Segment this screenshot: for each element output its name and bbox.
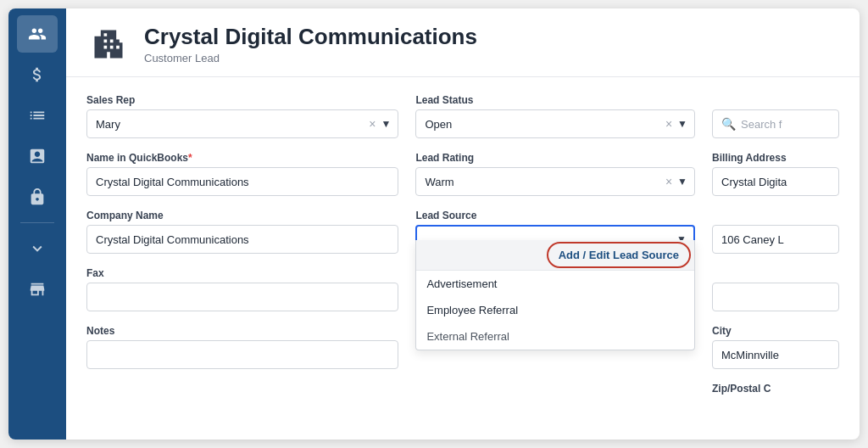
right-search-field: - 🔍 Search f: [712, 94, 839, 138]
record-subtitle: Customer Lead: [144, 52, 477, 64]
dropdown-header: Add / Edit Lead Source: [416, 240, 694, 271]
required-marker: *: [188, 152, 192, 164]
sidebar-item-reports[interactable]: [17, 137, 58, 175]
billing-address-line3[interactable]: [712, 283, 839, 311]
lead-status-arrow-icon[interactable]: ▼: [677, 118, 687, 130]
sidebar-divider: [20, 222, 54, 223]
sales-rep-field: Sales Rep Mary × ▼: [86, 94, 398, 138]
dropdown-item-advertisement[interactable]: Advertisement: [416, 271, 694, 297]
app-container: Crystal Digital Communications Customer …: [8, 8, 860, 440]
reports-icon: [28, 147, 47, 165]
lock-icon: [28, 188, 47, 206]
sidebar-item-invoices[interactable]: [17, 56, 58, 93]
fax-field: Fax: [86, 267, 398, 311]
fax-label: Fax: [86, 267, 398, 279]
sidebar-item-lock[interactable]: [17, 178, 58, 216]
billing-address-line3-field: -: [712, 267, 839, 311]
lead-status-select[interactable]: Open × ▼: [415, 109, 695, 138]
city-field: City McMinnville: [712, 325, 839, 369]
search-icon: 🔍: [721, 117, 736, 131]
lead-rating-arrow-icon[interactable]: ▼: [677, 176, 687, 188]
invoices-icon: [28, 65, 47, 84]
notes-input[interactable]: [86, 340, 398, 369]
right-search-box[interactable]: 🔍 Search f: [712, 109, 839, 138]
lead-status-field: Lead Status Open × ▼: [415, 94, 695, 138]
form-body: Sales Rep Mary × ▼ Name in QuickBooks*: [66, 77, 860, 440]
building-icon: [90, 25, 127, 63]
lead-status-value: Open: [425, 118, 660, 131]
sidebar-item-store[interactable]: [17, 271, 58, 308]
dropdown-item-external-referral[interactable]: External Referral: [416, 323, 694, 350]
billing-address-line2-field: - 106 Caney L: [712, 210, 839, 254]
sidebar: [8, 8, 66, 440]
billing-address-label: Billing Address: [712, 152, 839, 164]
record-title-area: Crystal Digital Communications Customer …: [144, 24, 477, 64]
sales-rep-value: Mary: [96, 118, 364, 131]
billing-address-line2[interactable]: 106 Caney L: [712, 225, 839, 254]
city-value[interactable]: McMinnville: [712, 340, 839, 369]
company-name-field: Company Name: [86, 210, 398, 254]
chevron-down-icon: [28, 239, 47, 258]
name-in-qb-field: Name in QuickBooks*: [86, 152, 398, 196]
company-name-label: Company Name: [86, 210, 398, 221]
company-name-input[interactable]: [86, 225, 398, 254]
sales-rep-label: Sales Rep: [86, 94, 398, 106]
search-placeholder-text: Search f: [741, 118, 782, 131]
lead-rating-select[interactable]: Warm × ▼: [415, 167, 695, 196]
dropdown-item-employee-referral[interactable]: Employee Referral: [416, 297, 694, 323]
notes-field: Notes: [86, 325, 398, 369]
name-in-qb-input[interactable]: [86, 167, 398, 196]
record-header: Crystal Digital Communications Customer …: [66, 8, 860, 77]
lead-source-label: Lead Source: [415, 210, 695, 221]
lead-rating-label: Lead Rating: [415, 152, 695, 164]
contacts-icon: [28, 25, 47, 43]
list-icon: [28, 106, 47, 125]
add-edit-lead-source-button[interactable]: Add / Edit Lead Source: [554, 247, 684, 263]
lead-source-field: Lead Source ▼ Add / Edit Lead Source Adv…: [415, 210, 695, 254]
zip-label: Zip/Postal C: [712, 383, 839, 395]
lead-rating-field: Lead Rating Warm × ▼: [415, 152, 695, 196]
sales-rep-arrow-icon[interactable]: ▼: [381, 118, 392, 130]
sidebar-item-list[interactable]: [17, 97, 58, 134]
sidebar-item-contacts[interactable]: [17, 15, 58, 53]
fax-input[interactable]: [86, 283, 398, 311]
lead-status-label: Lead Status: [415, 94, 695, 106]
zip-field: Zip/Postal C: [712, 383, 839, 395]
lead-rating-clear-icon[interactable]: ×: [664, 176, 674, 188]
form-column-left: Sales Rep Mary × ▼ Name in QuickBooks*: [86, 94, 398, 423]
sales-rep-clear-icon[interactable]: ×: [367, 118, 377, 130]
lead-source-dropdown: Add / Edit Lead Source Advertisement Emp…: [415, 240, 695, 350]
record-icon: [86, 22, 131, 66]
form-column-right: - 🔍 Search f Billing Address Crystal Dig…: [712, 94, 839, 423]
billing-address-field: Billing Address Crystal Digita: [712, 152, 839, 196]
name-in-qb-label: Name in QuickBooks*: [86, 152, 398, 164]
notes-label: Notes: [86, 325, 398, 337]
record-title: Crystal Digital Communications: [144, 24, 477, 50]
billing-address-line1[interactable]: Crystal Digita: [712, 167, 839, 196]
lead-status-clear-icon[interactable]: ×: [664, 118, 674, 130]
form-column-middle: Lead Status Open × ▼ Lead Rating Warm × …: [415, 94, 695, 423]
sales-rep-select[interactable]: Mary × ▼: [86, 109, 398, 138]
main-content: Crystal Digital Communications Customer …: [66, 8, 860, 440]
lead-rating-value: Warm: [425, 176, 660, 188]
sidebar-item-more[interactable]: [17, 230, 58, 267]
city-label: City: [712, 325, 839, 337]
store-icon: [28, 280, 47, 299]
